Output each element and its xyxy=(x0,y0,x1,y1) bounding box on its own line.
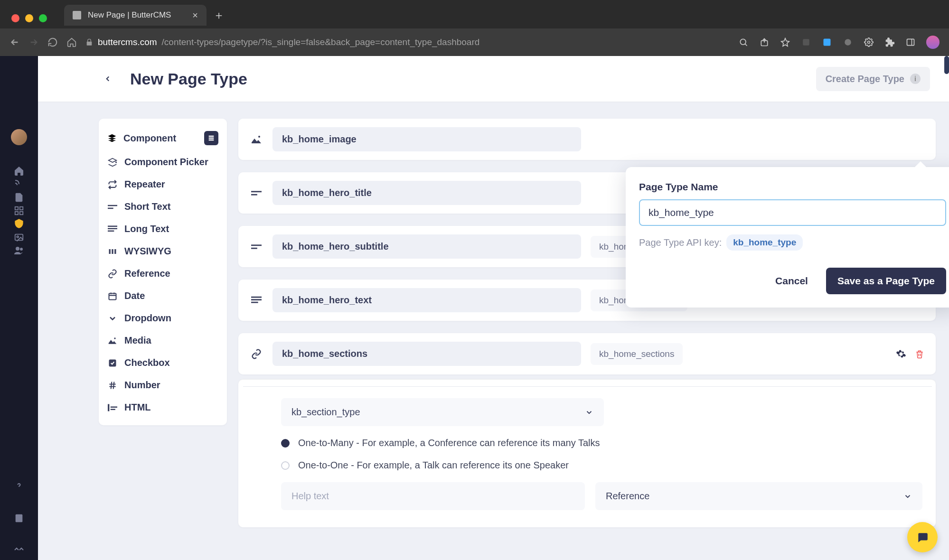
svg-rect-28 xyxy=(251,191,262,192)
palette-item-short-text[interactable]: Short Text xyxy=(99,196,227,218)
radio-unselected-icon xyxy=(281,461,290,470)
calendar-icon xyxy=(107,291,118,301)
radio-one-to-one[interactable]: One-to-One - For example, a Talk can ref… xyxy=(281,460,922,471)
api-key-label: Page Type API key: xyxy=(639,237,722,248)
favicon-icon xyxy=(73,11,81,19)
palette-item-number[interactable]: Number xyxy=(99,374,227,396)
page-title: New Page Type xyxy=(130,70,247,88)
reference-kind-select[interactable]: Reference xyxy=(595,482,922,510)
palette-label: Component xyxy=(123,133,176,144)
short-text-icon xyxy=(250,240,263,253)
field-name-input[interactable]: kb_home_hero_text xyxy=(272,288,581,312)
ext-icon-1[interactable] xyxy=(801,37,811,47)
extensions-icon[interactable] xyxy=(884,37,895,47)
forward-icon[interactable] xyxy=(28,37,39,47)
nav-pages-icon[interactable] xyxy=(12,191,26,204)
field-name-input[interactable]: kb_home_hero_title xyxy=(272,181,581,205)
settings-ext-icon[interactable] xyxy=(864,37,874,47)
long-text-icon xyxy=(250,294,263,307)
chevron-down-icon xyxy=(107,313,118,324)
user-avatar[interactable] xyxy=(11,129,27,145)
nav-home-icon[interactable] xyxy=(12,164,26,177)
cancel-button[interactable]: Cancel xyxy=(765,268,818,294)
share-icon[interactable] xyxy=(759,37,770,47)
palette-label: Number xyxy=(124,380,160,391)
back-button[interactable] xyxy=(103,75,112,83)
palette-item-media[interactable]: Media xyxy=(99,329,227,352)
palette-item-dropdown[interactable]: Dropdown xyxy=(99,307,227,329)
thin-nav xyxy=(0,56,38,560)
nav-docs-icon[interactable] xyxy=(12,512,26,525)
nav-blog-icon[interactable] xyxy=(12,177,26,191)
page-type-name-popover: Page Type Name Page Type API key: kb_hom… xyxy=(626,167,949,308)
home-icon[interactable] xyxy=(66,37,77,47)
browser-tab[interactable]: New Page | ButterCMS × xyxy=(64,5,207,26)
palette-item-long-text[interactable]: Long Text xyxy=(99,218,227,240)
svg-rect-17 xyxy=(108,207,113,209)
svg-point-0 xyxy=(740,39,746,45)
page-type-name-input[interactable] xyxy=(639,199,946,226)
palette-item-date[interactable]: Date xyxy=(99,285,227,307)
help-text-input[interactable]: Help text xyxy=(281,482,585,510)
field-row-reference[interactable]: kb_home_sections kb_home_sections xyxy=(238,333,936,374)
tab-bar: New Page | ButterCMS × ＋ xyxy=(64,5,225,26)
field-name-input[interactable]: kb_home_image xyxy=(272,127,581,151)
tab-title: New Page | ButterCMS xyxy=(88,10,171,20)
palette-item-component[interactable]: Component xyxy=(99,125,227,151)
svg-rect-16 xyxy=(108,205,117,206)
palette-label: WYSIWYG xyxy=(124,246,171,257)
new-tab-button[interactable]: ＋ xyxy=(213,8,225,23)
nav-collapse-icon[interactable] xyxy=(12,542,26,555)
window-close-button[interactable] xyxy=(11,14,19,22)
library-icon[interactable] xyxy=(204,131,218,145)
profile-avatar[interactable] xyxy=(926,36,940,49)
window-maximize-button[interactable] xyxy=(39,14,47,22)
svg-point-27 xyxy=(258,136,260,138)
nav-help-icon[interactable] xyxy=(12,479,26,493)
field-name-input[interactable]: kb_home_hero_subtitle xyxy=(272,234,581,259)
field-settings-button[interactable] xyxy=(896,349,906,359)
short-text-icon xyxy=(107,202,118,212)
palette-item-reference[interactable]: Reference xyxy=(99,262,227,285)
select-value: Reference xyxy=(606,491,649,502)
radio-one-to-many[interactable]: One-to-Many - For example, a Conference … xyxy=(281,438,922,448)
layers-plus-icon xyxy=(107,157,118,168)
chat-widget-button[interactable] xyxy=(907,522,938,552)
field-name-input[interactable]: kb_home_sections xyxy=(272,342,581,366)
nav-media-icon[interactable] xyxy=(12,231,26,244)
palette-label: HTML xyxy=(124,402,151,413)
reload-icon[interactable] xyxy=(47,37,58,47)
palette-item-checkbox[interactable]: Checkbox xyxy=(99,352,227,374)
window-minimize-button[interactable] xyxy=(25,14,33,22)
palette-label: Repeater xyxy=(124,179,165,190)
ext-icon-3[interactable] xyxy=(843,37,853,47)
info-icon: i xyxy=(910,74,921,84)
sidepanel-icon[interactable] xyxy=(905,37,916,47)
long-text-icon xyxy=(107,224,118,234)
palette-item-component-picker[interactable]: Component Picker xyxy=(99,151,227,173)
field-row[interactable]: kb_home_image xyxy=(238,119,936,160)
hash-icon xyxy=(107,380,118,391)
zoom-icon[interactable] xyxy=(738,37,749,47)
svg-rect-6 xyxy=(907,39,914,45)
nav-content-types-icon[interactable] xyxy=(12,217,26,231)
create-page-type-button[interactable]: Create Page Type i xyxy=(816,67,930,91)
url-field[interactable]: buttercms.com/content-types/pagetype/?is… xyxy=(85,37,730,47)
back-icon[interactable] xyxy=(9,37,20,47)
svg-rect-34 xyxy=(251,301,258,303)
palette-item-wysiwyg[interactable]: WYSIWYG xyxy=(99,240,227,262)
scrollbar[interactable] xyxy=(942,56,949,560)
nav-users-icon[interactable] xyxy=(12,244,26,257)
tab-close-icon[interactable]: × xyxy=(192,10,198,21)
reference-type-select[interactable]: kb_section_type xyxy=(281,398,604,426)
palette-item-repeater[interactable]: Repeater xyxy=(99,173,227,196)
bookmark-icon[interactable] xyxy=(780,37,790,47)
radio-selected-icon xyxy=(281,439,290,448)
field-delete-button[interactable] xyxy=(915,349,924,359)
save-as-page-type-button[interactable]: Save as a Page Type xyxy=(826,268,946,294)
nav-collections-icon[interactable] xyxy=(12,204,26,217)
palette-label: Media xyxy=(124,335,151,346)
ext-icon-2[interactable] xyxy=(822,37,832,47)
palette-item-html[interactable]: HTML xyxy=(99,396,227,419)
svg-rect-21 xyxy=(109,293,116,299)
